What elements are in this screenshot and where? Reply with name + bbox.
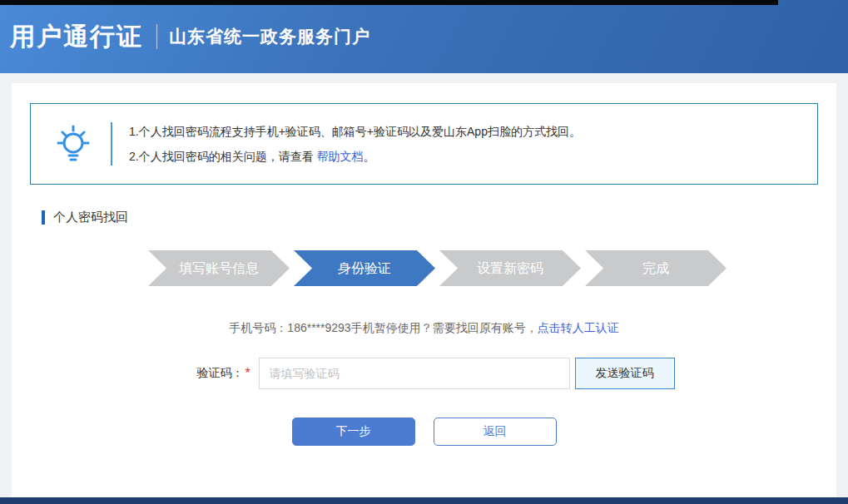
section-header: 个人密码找回 [42,210,818,225]
send-code-button[interactable]: 发送验证码 [575,358,675,389]
portal-subtitle: 山东省统一政务服务门户 [169,25,370,48]
notice-line-2-suffix: 。 [364,150,375,163]
page-header: 用户通行证 山东省统一政务服务门户 [0,0,848,73]
page-title: 个人密码找回 [53,210,128,225]
header-divider [156,24,157,49]
phone-info-row: 手机号码：186****9293手机暂停使用？需要找回原有账号，点击转人工认证 [30,321,818,336]
notice-separator [111,122,112,166]
top-black-strip [0,0,778,5]
captcha-form-row: 验证码： * 发送验证码 [53,358,818,389]
help-doc-link[interactable]: 帮助文档 [317,150,364,163]
step-fill-account-info: 填写账号信息 [148,250,290,286]
notice-box: 1.个人找回密码流程支持手机+验证码、邮箱号+验证码以及爱山东App扫脸的方式找… [30,103,818,185]
notice-text: 1.个人找回密码流程支持手机+验证码、邮箱号+验证码以及爱山东App扫脸的方式找… [129,119,581,169]
brand-title: 用户通行证 [10,20,143,54]
content-card: 1.个人找回密码流程支持手机+验证码、邮箱号+验证码以及爱山东App扫脸的方式找… [12,83,836,504]
phone-info-text: 手机号码：186****9293手机暂停使用？需要找回原有账号， [229,321,537,334]
step-indicator: 填写账号信息 身份验证 设置新密码 完成 [57,250,818,286]
back-button[interactable]: 返回 [434,418,557,446]
step-identity-verification: 身份验证 [294,250,435,286]
notice-line-2: 2.个人找回密码的相关问题，请查看 帮助文档。 [129,144,581,169]
step-set-new-password: 设置新密码 [439,250,581,286]
notice-line-2-prefix: 2.个人找回密码的相关问题，请查看 [129,150,317,163]
captcha-input[interactable] [259,358,570,389]
action-buttons: 下一步 返回 [30,418,818,446]
step-complete: 完成 [585,250,727,286]
required-asterisk: * [245,366,250,381]
manual-verification-link[interactable]: 点击转人工认证 [538,321,619,334]
notice-line-1: 1.个人找回密码流程支持手机+验证码、邮箱号+验证码以及爱山东App扫脸的方式找… [129,119,581,144]
bottom-navy-bar [0,497,848,504]
next-step-button[interactable]: 下一步 [292,418,415,446]
section-bar [42,210,45,225]
lightbulb-icon [47,123,99,165]
captcha-label: 验证码： [196,366,243,381]
